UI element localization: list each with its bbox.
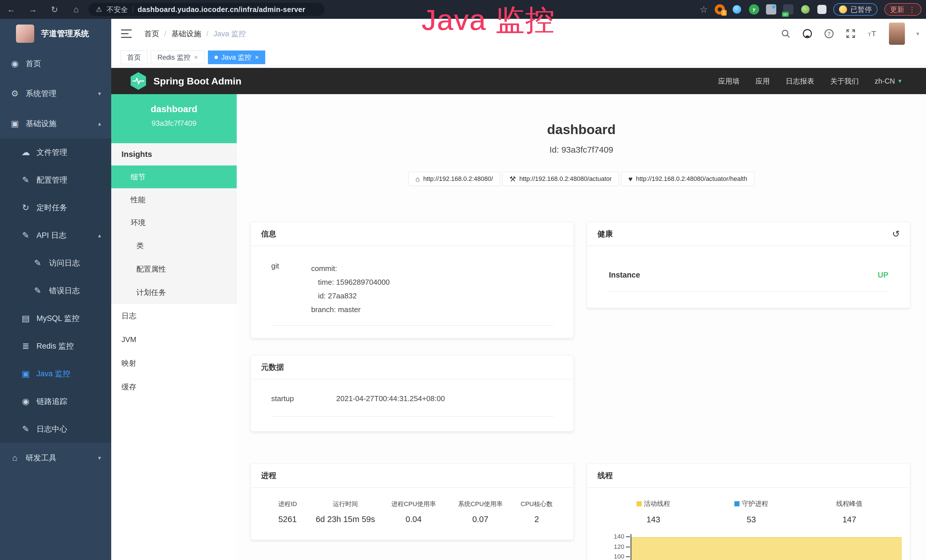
paused-badge[interactable]: 已暂停 xyxy=(833,3,878,16)
card-title: 线程 xyxy=(598,471,613,481)
address-bar[interactable]: ⚠ 不安全 dashboard.yudao.iocoder.cn/infra/a… xyxy=(88,3,325,16)
font-size-icon[interactable]: TT xyxy=(867,29,878,39)
kebab-menu-icon[interactable]: ⋮ xyxy=(908,5,916,14)
sidebar-item-access-log[interactable]: ✎ 访问日志 xyxy=(0,249,111,277)
sba-instance-header[interactable]: dashboard 93a3fc7f7409 xyxy=(111,94,237,143)
sidebar-item-system[interactable]: ⚙ 系统管理 ▾ xyxy=(0,79,111,108)
sidebar-item-label: 文件管理 xyxy=(36,147,67,157)
breadcrumb-infra[interactable]: 基础设施 xyxy=(171,29,201,39)
sidebar-item-label: Redis 监控 xyxy=(36,341,74,351)
sba-item-environment[interactable]: 环境 xyxy=(111,211,237,234)
sba-item-metrics[interactable]: 性能 xyxy=(111,188,237,211)
search-icon[interactable] xyxy=(781,29,791,39)
back-icon[interactable]: ← xyxy=(6,5,16,14)
sidebar-item-label: 链路追踪 xyxy=(36,396,67,407)
svg-text:?: ? xyxy=(828,31,831,37)
chevron-down-icon[interactable]: ▾ xyxy=(916,30,919,37)
sidebar-item-api-log[interactable]: ✎ API 日志 ▴ xyxy=(0,221,111,249)
history-icon[interactable]: ↺ xyxy=(892,229,900,239)
sidebar-item-redis[interactable]: ≣ Redis 监控 xyxy=(0,332,111,360)
sidebar-item-mysql[interactable]: ▤ MySQL 监控 xyxy=(0,304,111,332)
sba-item-jvm[interactable]: JVM xyxy=(111,328,237,351)
paused-label: 已暂停 xyxy=(850,5,872,14)
sba-nav-applications[interactable]: 应用 xyxy=(755,76,770,86)
active-threads-area xyxy=(631,537,902,560)
app-logo xyxy=(16,24,34,43)
home-icon[interactable]: ⌂ xyxy=(71,5,81,14)
collapse-menu-icon[interactable] xyxy=(121,29,132,38)
avatar[interactable] xyxy=(889,23,905,45)
sidebar-item-infra[interactable]: ▣ 基础设施 ▴ xyxy=(0,108,111,138)
sidebar-header[interactable]: 芋道管理系统 xyxy=(0,19,111,48)
sidebar-item-label: 研发工具 xyxy=(26,453,56,463)
tab-java-monitor[interactable]: Java 监控 × xyxy=(208,50,265,64)
sidebar-item-jobs[interactable]: ↻ 定时任务 xyxy=(0,194,111,221)
extension-icon-switch[interactable]: on xyxy=(783,4,793,15)
sidebar-item-devtools[interactable]: ⌂ 研发工具 ▾ xyxy=(0,443,111,473)
sba-nav-wallboard[interactable]: 应用墙 xyxy=(718,76,740,86)
threads-legend: 活动线程 143 守护进程 53 线程峰值 147 xyxy=(587,488,910,524)
sidebar-menu: ◉ 首页 ⚙ 系统管理 ▾ ▣ 基础设施 ▴ ☁ 文件管理 ✎ 配置管 xyxy=(0,48,111,473)
tab-home[interactable]: 首页 xyxy=(121,50,147,64)
edit-icon: ✎ xyxy=(20,175,31,185)
metadata-value: 2021-04-27T00:44:31.254+08:00 xyxy=(336,394,445,403)
tab-label: Java 监控 xyxy=(221,53,251,62)
metadata-key: startup xyxy=(271,394,336,403)
emoji-icon xyxy=(839,5,847,14)
update-button[interactable]: 更新 ⋮ xyxy=(884,3,921,16)
extension-icon-leaf[interactable] xyxy=(800,4,811,15)
sba-item-mappings[interactable]: 映射 xyxy=(111,351,237,375)
locale-select[interactable]: zh-CN ▾ xyxy=(875,77,902,85)
tabs-bar: 首页 Redis 监控 × Java 监控 × xyxy=(111,48,926,66)
cpu-cores-col: CPU核心数 2 xyxy=(513,500,560,524)
sba-item-configprops[interactable]: 配置属性 xyxy=(111,257,237,281)
chevron-up-icon: ▴ xyxy=(98,120,101,127)
tab-redis-monitor[interactable]: Redis 监控 × xyxy=(151,50,204,64)
sidebar-item-log-center[interactable]: ✎ 日志中心 xyxy=(0,415,111,443)
forward-icon[interactable]: → xyxy=(28,5,38,14)
sidebar-item-files[interactable]: ☁ 文件管理 xyxy=(0,138,111,166)
bookmark-star-icon[interactable]: ☆ xyxy=(699,4,708,15)
github-icon[interactable] xyxy=(802,29,813,39)
extension-icon-pin[interactable] xyxy=(732,4,742,15)
sba-nav-journal[interactable]: 日志报表 xyxy=(786,76,814,86)
sidebar-item-label: 配置管理 xyxy=(36,175,67,185)
sba-item-caches[interactable]: 缓存 xyxy=(111,375,237,399)
tab-label: Redis 监控 xyxy=(157,53,191,62)
sidebar-item-error-log[interactable]: ✎ 错误日志 xyxy=(0,277,111,304)
legend-value: 143 xyxy=(604,515,702,524)
sba-item-details[interactable]: 细节 xyxy=(111,165,237,188)
legend-value: 53 xyxy=(702,515,800,524)
fullscreen-icon[interactable] xyxy=(846,29,856,39)
sidebar-item-java-monitor[interactable]: ▣ Java 监控 xyxy=(0,360,111,387)
sba-nav-about[interactable]: 关于我们 xyxy=(830,76,859,86)
health-url-button[interactable]: ♥ http://192.168.0.2:48080/actuator/heal… xyxy=(621,172,754,186)
breadcrumb-home[interactable]: 首页 xyxy=(144,29,159,39)
sba-brand-title[interactable]: Spring Boot Admin xyxy=(153,76,241,87)
sba-section-label: Insights xyxy=(111,143,237,165)
sba-item-scheduled-tasks[interactable]: 计划任务 xyxy=(111,281,237,304)
extensions-puzzle-icon[interactable] xyxy=(817,5,826,14)
url-text[interactable]: dashboard.yudao.iocoder.cn/infra/admin-s… xyxy=(138,5,306,14)
sidebar-item-config[interactable]: ✎ 配置管理 xyxy=(0,166,111,194)
sidebar-item-tracing[interactable]: ◉ 链路追踪 xyxy=(0,387,111,415)
update-label: 更新 xyxy=(890,5,904,14)
sba-item-classes[interactable]: 类 xyxy=(111,234,237,257)
health-body: Instance UP xyxy=(587,246,910,292)
sidebar-item-home[interactable]: ◉ 首页 xyxy=(0,48,111,79)
reload-icon[interactable]: ↻ xyxy=(50,5,59,15)
extension-icon-orange[interactable]: 1 xyxy=(715,4,725,15)
svg-text:T: T xyxy=(868,32,871,37)
service-url-button[interactable]: ⌂ http://192.168.0.2:48080/ xyxy=(409,172,500,186)
actuator-url-button[interactable]: ⚒ http://192.168.0.2:48080/actuator xyxy=(502,172,619,186)
table-row[interactable]: Instance UP xyxy=(609,271,888,292)
browser-toolbar-right: ☆ 1 y on 已暂停 更新 ⋮ xyxy=(699,3,926,16)
help-icon[interactable]: ? xyxy=(824,29,834,39)
extension-icon-grid[interactable] xyxy=(766,4,776,15)
sidebar-item-label: 首页 xyxy=(26,59,41,69)
close-icon[interactable]: × xyxy=(194,53,198,61)
close-icon[interactable]: × xyxy=(255,53,259,61)
breadcrumb-current: Java 监控 xyxy=(213,29,246,39)
sba-item-logs[interactable]: 日志 xyxy=(111,304,237,328)
extension-icon-green[interactable]: y xyxy=(749,4,759,15)
